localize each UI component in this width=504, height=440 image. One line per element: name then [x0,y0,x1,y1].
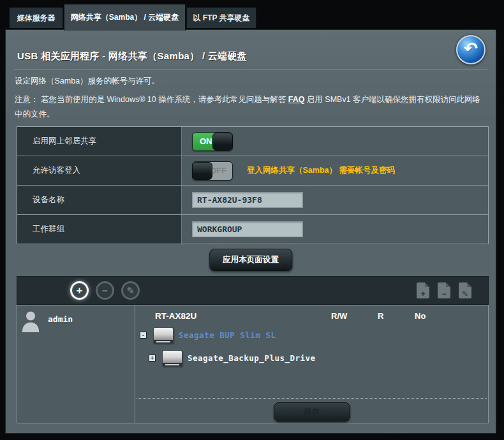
row-enable-share: 启用网上邻居共享 ON [17,127,488,156]
pencil-icon: ✎ [126,285,135,297]
tab-media-server-label: 媒体服务器 [17,13,56,24]
guest-login-toggle[interactable]: OFF [192,161,233,180]
remove-folder-button[interactable]: − [438,282,450,298]
title-divider [13,70,488,70]
add-account-button[interactable]: + [70,281,89,300]
enable-share-label: 启用网上邻居共享 [17,127,182,156]
account-toolbar: + − ✎ + − ✎ [17,276,489,305]
file-pencil-icon: ✎ [459,290,471,298]
expand-expander-icon[interactable]: + [149,355,156,362]
edit-permission-button[interactable]: ✎ [459,282,471,298]
plus-icon: + [77,284,83,297]
tab-network-share-samba[interactable]: 网络共享（Samba） / 云端硬盘 [64,4,186,31]
smbv1-note: 注意： 若您当前使用的是 Windows® 10 操作系统，请参考此常见问题与解… [15,92,488,122]
workgroup-input[interactable] [192,221,303,237]
drive-name-link[interactable]: Seagate BUP Slim SL [179,330,276,340]
edit-account-button[interactable]: ✎ [121,281,140,300]
faq-link[interactable]: FAQ [288,95,305,104]
guest-login-value: OFF 登入网络共享（Samba） 需要帐号及密码 [182,156,488,185]
back-button[interactable]: ↶ [456,35,485,64]
row-guest-login: 允许访客登入 OFF 登入网络共享（Samba） 需要帐号及密码 [17,156,488,186]
disk-drive-icon [162,350,182,366]
minus-icon: − [102,285,108,296]
apply-button[interactable]: 应用本页面设置 [209,249,292,271]
file-plus-icon: + [417,290,429,298]
samba-settings-table: 启用网上邻居共享 ON 允许访客登入 OFF 登入网络共享（Samba） 需要帐… [17,126,489,244]
device-name-input[interactable] [192,192,303,208]
row-workgroup: 工作群组 [17,215,488,244]
tab-ftp-share-label: 以 FTP 共享硬盘 [193,13,249,24]
back-arrow-icon: ↶ [464,40,478,57]
account-permission-panel: admin RT-AX82U R/W R No - Seagate BUP Sl… [17,305,489,423]
tab-media-server[interactable]: 媒体服务器 [9,7,63,28]
remove-account-button[interactable]: − [96,281,114,300]
perm-header-r: R [378,311,383,321]
file-minus-icon: − [438,290,450,298]
collapse-expander-icon[interactable]: - [140,332,147,339]
guest-login-label: 允许访客登入 [17,156,182,185]
device-name-value [182,186,488,214]
tab-network-share-samba-label: 网络共享（Samba） / 云端硬盘 [71,12,179,23]
toggle-knob [192,162,212,180]
dotted-separator [137,398,487,399]
page-title: USB 相关应用程序 - 网络共享（Samba） / 云端硬盘 [17,50,247,62]
device-node-label: RT-AX82U [155,311,196,321]
toggle-on-label: ON [200,136,212,146]
folder-action-icons: + − ✎ [417,282,471,298]
note-prefix: 注意： 若您当前使用的是 Windows® 10 操作系统，请参考此常见问题与解… [15,95,288,104]
save-button[interactable]: 保存 [274,402,350,422]
tab-ftp-share[interactable]: 以 FTP 共享硬盘 [186,7,256,28]
add-folder-button[interactable]: + [417,282,429,298]
perm-header-no: No [415,311,426,321]
disk-drive-icon [153,327,174,343]
tree-row-drive-2[interactable]: + Seagate_Backup_Plus_Drive [149,350,316,366]
main-panel: USB 相关应用程序 - 网络共享（Samba） / 云端硬盘 ↶ 设定网络（S… [5,29,496,434]
guest-login-hint: 登入网络共享（Samba） 需要帐号及密码 [247,165,395,176]
workgroup-label: 工作群组 [17,215,182,244]
tree-row-drive-1[interactable]: - Seagate BUP Slim SL [140,327,276,343]
user-list: admin [17,305,135,423]
user-name: admin [48,314,73,324]
device-name-label: 设备名称 [17,186,182,214]
drive-name-text[interactable]: Seagate_Backup_Plus_Drive [188,353,316,363]
perm-header-rw: R/W [331,311,347,321]
user-list-item-admin[interactable]: admin [17,305,135,332]
user-avatar-icon [21,311,40,332]
row-device-name: 设备名称 [17,186,488,215]
enable-share-value: ON [182,127,488,156]
toggle-knob [212,133,233,150]
share-tree: RT-AX82U R/W R No - Seagate BUP Slim SL … [135,305,488,423]
workgroup-value [182,215,488,244]
page-description: 设定网络（Samba）服务的帐号与许可。 [15,76,159,87]
enable-share-toggle[interactable]: ON [192,132,233,151]
